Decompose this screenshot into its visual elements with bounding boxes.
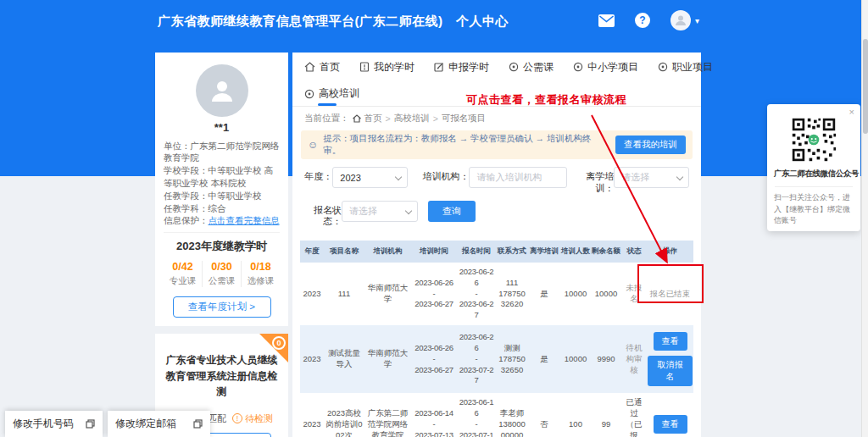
tab-declare-hours[interactable]: 申报学时: [434, 60, 489, 75]
match-status-text: 待检测: [245, 412, 273, 425]
table-row: 2023 2023高校岗前培训002次 广东第二师范学院网络教育学院 2023-…: [300, 393, 693, 437]
cell-signup-time: 2023-06-26 - 2023-06-27: [457, 263, 496, 325]
hours-block: 2023年度继教学时 0/42专业课 0/30公需课 0/18选修课 查看年度计…: [164, 232, 280, 318]
tab-label: 中小学项目: [587, 60, 638, 75]
view-annual-plan-button[interactable]: 查看年度计划 >: [173, 296, 271, 318]
stat-value: 0/42: [164, 261, 202, 273]
cell-year: 2023: [300, 325, 324, 393]
topbar-icons: ? ▾: [598, 10, 699, 30]
privacy-label: 信息保护：: [164, 215, 209, 225]
hours-title: 2023年度继教学时: [164, 239, 280, 254]
restore-window-icon: [193, 419, 203, 429]
table-header-row: 年度 项目名称 培训机构 培训时间 报名时间 联系方式 离学培训 培训人数 剩余…: [300, 241, 693, 263]
col-signup-time: 报名时间: [457, 241, 496, 263]
offsite-select[interactable]: 请选择: [614, 167, 689, 188]
close-icon[interactable]: ×: [849, 107, 854, 117]
search-button[interactable]: 查询: [428, 201, 476, 222]
view-button[interactable]: 查看: [654, 415, 687, 434]
cell-org: 华南师范大学: [364, 325, 411, 393]
col-year: 年度: [300, 241, 324, 263]
col-train-time: 培训时间: [411, 241, 457, 263]
cell-remaining: 99: [591, 393, 621, 437]
change-email-label: 修改绑定邮箱: [115, 417, 176, 431]
tab-label: 我的学时: [374, 60, 415, 75]
cancel-signup-button[interactable]: 取消报名: [648, 356, 693, 386]
profile-name: **1: [164, 121, 280, 134]
profile-teach-stage: 任教学段：中等职业学校: [164, 190, 280, 202]
change-phone-button[interactable]: 修改手机号码: [5, 411, 103, 437]
cell-signup-time: 2023-06-16 - 2023-07-15: [457, 393, 496, 437]
view-my-training-button[interactable]: 查看我的培训: [615, 136, 686, 154]
avatar: [670, 10, 691, 30]
cell-contact: 李老师 13800000000: [496, 393, 528, 437]
tab-k12-projects[interactable]: 中小学项目: [573, 60, 638, 75]
mail-icon[interactable]: [598, 14, 615, 27]
divider: [775, 186, 853, 187]
match-status: !待检测: [232, 412, 273, 425]
main-card: 首页 我的学时 申报学时 公需课 中小学项目 职业项目: [292, 53, 701, 437]
warning-icon: !: [232, 413, 242, 423]
tab-vocational-projects[interactable]: 职业项目: [658, 60, 713, 75]
cell-count: 100: [560, 393, 591, 437]
privacy-line: 信息保护：点击查看完整信息: [164, 215, 280, 227]
tab-public-courses[interactable]: 公需课: [509, 60, 554, 75]
cell-year: 2023: [300, 263, 324, 325]
wechat-qr-panel: × 广东二师在线: [767, 104, 860, 231]
cell-status: 已通过（已报名）: [621, 393, 647, 437]
user-menu[interactable]: ▾: [670, 10, 699, 30]
col-status: 状态: [621, 241, 647, 263]
org-label: 培训机构：: [418, 167, 470, 183]
offsite-label: 离学培训：: [577, 167, 614, 195]
status-select[interactable]: 请选择: [342, 201, 418, 222]
cell-org: 华南师范大学: [364, 263, 411, 325]
col-project-name: 项目名称: [324, 241, 364, 263]
stat-label: 专业课: [164, 275, 202, 287]
stat-public: 0/30公需课: [202, 261, 241, 287]
page-title: 广东省教师继续教育信息管理平台(广东二师在线) 个人中心: [158, 14, 509, 30]
tab-home[interactable]: 首页: [304, 60, 340, 75]
tab-label: 公需课: [523, 60, 554, 75]
annotation-note: 可点击查看，查看报名审核流程: [466, 92, 626, 108]
cell-status: 未报名: [621, 263, 647, 325]
scrollbar-thumb[interactable]: [863, 39, 868, 134]
smiley-icon: ☺: [308, 139, 318, 151]
filter-row-2: 报名状态： 请选择 查询: [304, 201, 689, 229]
breadcrumb: 当前位置： 首页 > 高校培训 > 可报名项目: [292, 107, 701, 129]
restore-window-icon: [86, 419, 95, 429]
cell-offsite: 是: [528, 263, 560, 325]
qr-description: 扫一扫关注公众号，进入【继教平台】绑定微信账号: [774, 192, 854, 227]
offsite-placeholder: 请选择: [621, 171, 649, 184]
view-button[interactable]: 查看: [654, 332, 687, 351]
tag-icon: [304, 89, 314, 99]
filter-row-1: 年度： 2023 培训机构： 请输入培训机构 离学培训： 请选择: [304, 167, 689, 195]
year-select[interactable]: 2023: [332, 167, 408, 188]
tab-my-hours[interactable]: 我的学时: [359, 60, 415, 75]
stat-elective: 0/18选修课: [241, 261, 280, 287]
org-input[interactable]: 请输入培训机构: [469, 167, 567, 188]
breadcrumb-current: 可报名项目: [442, 113, 487, 124]
col-org: 培训机构: [364, 241, 411, 263]
breadcrumb-home[interactable]: 首页: [364, 113, 382, 124]
projects-table: 年度 项目名称 培训机构 培训时间 报名时间 联系方式 离学培训 培训人数 剩余…: [300, 241, 693, 437]
tab-university-training[interactable]: 高校培训: [319, 86, 359, 101]
qr-code: [791, 117, 837, 163]
change-email-button[interactable]: 修改绑定邮箱: [108, 411, 210, 437]
caret-down-icon: ▾: [695, 16, 699, 25]
page-scrollbar[interactable]: [861, 0, 868, 437]
profile-subject: 任教学科：综合: [164, 202, 280, 214]
corner-badge: 0: [272, 336, 286, 350]
cell-count: 10000: [560, 325, 591, 393]
chevron-down-icon: [395, 174, 402, 180]
cell-contact: 测测 17875032650: [496, 325, 528, 393]
status-label: 报名状态：: [304, 201, 342, 229]
cell-train-time: 2023-06-26 - 2023-06-27: [411, 325, 457, 393]
col-remaining: 剩余名额: [591, 241, 621, 263]
breadcrumb-university-training[interactable]: 高校培训: [394, 113, 430, 124]
cell-project-name: 测试批量导入: [324, 325, 364, 393]
help-icon[interactable]: ?: [635, 13, 650, 28]
home-icon: [353, 114, 361, 123]
privacy-link[interactable]: 点击查看完整信息: [209, 215, 280, 225]
filters: 年度： 2023 培训机构： 请输入培训机构 离学培训： 请选择 报名状态： 请…: [292, 159, 701, 237]
cell-remaining: 9990: [591, 325, 621, 393]
chevron-down-icon: [676, 174, 683, 180]
